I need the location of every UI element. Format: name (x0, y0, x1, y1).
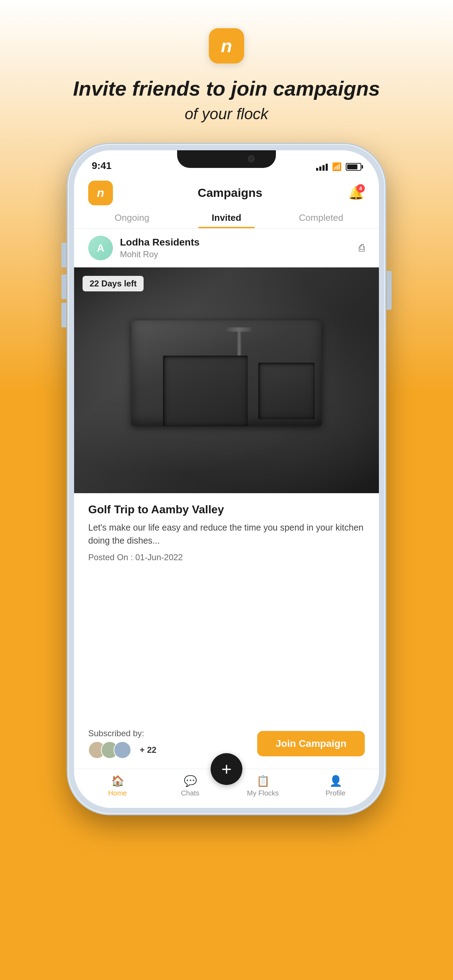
nav-profile[interactable]: 👤 Profile (299, 775, 372, 797)
sink-basin-right (258, 363, 315, 419)
home-icon: 🏠 (111, 775, 124, 787)
logo-letter: n (221, 37, 232, 55)
status-icons: 📶 (316, 162, 361, 172)
join-campaign-button[interactable]: Join Campaign (257, 731, 365, 756)
notification-bell[interactable]: 🔔 4 (347, 184, 365, 202)
notification-badge: 4 (356, 184, 365, 192)
phone-screen: 9:41 📶 n (74, 150, 379, 808)
signal-icon (316, 163, 328, 171)
front-camera (248, 155, 255, 162)
profile-label: Profile (326, 789, 346, 797)
sink-basin-left (163, 356, 248, 426)
phone-frame: 9:41 📶 n (68, 144, 385, 814)
wifi-icon: 📶 (332, 162, 342, 172)
flocks-label: My Flocks (247, 789, 279, 797)
tab-ongoing[interactable]: Ongoing (85, 212, 179, 228)
subscriber-avatar-3 (114, 741, 131, 759)
posted-by: Mohit Roy (120, 250, 352, 259)
app-header: n Campaigns 🔔 4 (74, 175, 379, 205)
flock-name: Lodha Residents (120, 237, 352, 248)
status-time: 9:41 (92, 160, 111, 172)
subscribed-label: Subscribed by: (88, 729, 156, 738)
header-logo: n (88, 181, 113, 205)
sink-illustration (103, 292, 350, 468)
campaign-title: Golf Trip to Aamby Valley (88, 503, 365, 516)
campaign-image-bg (74, 267, 379, 493)
campaign-date: Posted On : 01-Jun-2022 (88, 552, 365, 562)
subscribed-wrapper: Subscribed by: + 22 (88, 729, 156, 759)
profile-icon: 👤 (329, 775, 342, 787)
campaign-info: Lodha Residents Mohit Roy (113, 237, 359, 259)
header-title: Campaigns (113, 186, 347, 200)
phone-wrapper: 9:41 📶 n (68, 144, 385, 814)
headline-line1: Invite friends to join campaigns (73, 76, 380, 101)
subscribed-section: + 22 (88, 741, 156, 759)
campaign-avatar: A (88, 235, 113, 260)
campaign-description: Let's make our life easy and reduce the … (88, 521, 365, 547)
chats-icon: 💬 (184, 775, 197, 787)
chats-label: Chats (181, 789, 199, 797)
battery-icon (346, 163, 361, 171)
subscriber-count: + 22 (140, 745, 156, 755)
tab-invited[interactable]: Invited (179, 212, 274, 228)
campaign-image: 22 Days left (74, 267, 379, 493)
faucet (237, 328, 241, 356)
campaign-tabs: Ongoing Invited Completed (74, 205, 379, 229)
sink-body (131, 320, 322, 426)
share-icon[interactable]: ⎙ (359, 242, 365, 254)
nav-home[interactable]: 🏠 Home (81, 775, 154, 797)
home-label: Home (108, 789, 127, 797)
bottom-nav: 🏠 Home 💬 Chats + 📋 My Flocks 👤 Profile (74, 769, 379, 808)
top-section: n Invite friends to join campaigns of yo… (73, 0, 380, 137)
days-left-badge: 22 Days left (83, 276, 144, 291)
tab-completed[interactable]: Completed (274, 212, 368, 228)
avatar-stack (88, 741, 126, 759)
campaign-details: Golf Trip to Aamby Valley Let's make our… (74, 493, 379, 729)
notch (177, 150, 276, 168)
campaign-card-header: A Lodha Residents Mohit Roy ⎙ (74, 229, 379, 267)
headline-line2: of your flock (184, 105, 268, 123)
header-logo-letter: n (97, 186, 105, 200)
plus-icon: + (221, 760, 231, 778)
flocks-icon: 📋 (256, 775, 270, 787)
app-logo: n (209, 28, 244, 64)
fab-add-button[interactable]: + (211, 753, 242, 785)
